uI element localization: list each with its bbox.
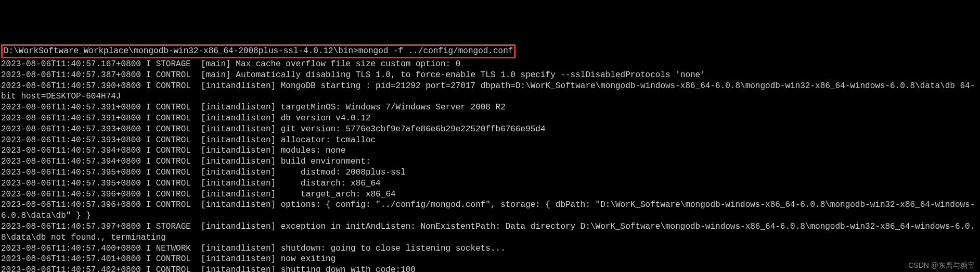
log-line: 2023-08-06T11:40:57.395+0800 I CONTROL […: [1, 167, 979, 178]
log-line: 2023-08-06T11:40:57.396+0800 I CONTROL […: [1, 200, 979, 221]
log-line: 2023-08-06T11:40:57.391+0800 I CONTROL […: [1, 113, 979, 124]
log-line: 2023-08-06T11:40:57.394+0800 I CONTROL […: [1, 145, 979, 156]
log-line: 2023-08-06T11:40:57.393+0800 I CONTROL […: [1, 124, 979, 135]
log-line: 2023-08-06T11:40:57.167+0800 I STORAGE […: [1, 59, 979, 70]
log-line: 2023-08-06T11:40:57.400+0800 I NETWORK […: [1, 243, 979, 254]
log-line: 2023-08-06T11:40:57.391+0800 I CONTROL […: [1, 102, 979, 113]
log-line: 2023-08-06T11:40:57.393+0800 I CONTROL […: [1, 135, 979, 146]
prompt-path: D:\WorkSoftware_Workplace\mongodb-win32-…: [4, 46, 358, 56]
log-line: 2023-08-06T11:40:57.397+0800 I STORAGE […: [1, 221, 979, 243]
log-line: 2023-08-06T11:40:57.401+0800 I CONTROL […: [1, 254, 979, 265]
log-line: 2023-08-06T11:40:57.396+0800 I CONTROL […: [1, 189, 979, 200]
log-line: 2023-08-06T11:40:57.402+0800 I CONTROL […: [1, 265, 979, 272]
command-text: mongod -f ../config/mongod.conf: [358, 46, 513, 56]
log-line: 2023-08-06T11:40:57.395+0800 I CONTROL […: [1, 178, 979, 189]
log-output: 2023-08-06T11:40:57.167+0800 I STORAGE […: [1, 59, 979, 272]
watermark-text: CSDN @东离与糖宝: [908, 261, 975, 270]
log-line: 2023-08-06T11:40:57.387+0800 I CONTROL […: [1, 70, 979, 81]
command-prompt-line[interactable]: D:\WorkSoftware_Workplace\mongodb-win32-…: [1, 44, 515, 58]
log-line: 2023-08-06T11:40:57.390+0800 I CONTROL […: [1, 81, 979, 103]
log-line: 2023-08-06T11:40:57.394+0800 I CONTROL […: [1, 156, 979, 167]
